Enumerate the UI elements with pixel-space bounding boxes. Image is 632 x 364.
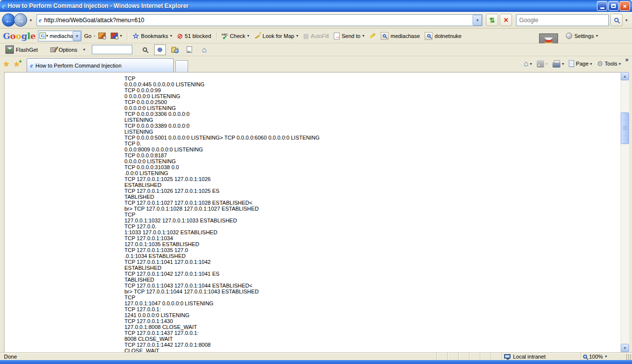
options-label: Options (59, 47, 78, 53)
popup-blocker-button[interactable]: ⊘ 51 blocked (175, 31, 214, 41)
wand-icon (254, 33, 261, 39)
send-to-dropdown-icon: ▾ (362, 34, 364, 38)
dotnetnuke-label: dotnetnuke (434, 33, 461, 39)
flashget-options-button[interactable]: Options ▾ (47, 45, 88, 54)
flashget-button[interactable]: FlashGet (3, 44, 40, 55)
flashget-link-button[interactable] (184, 44, 196, 55)
tcp-output-line: ESTABLISHED (124, 265, 621, 271)
spellcheck-icon: ABC✔ (222, 33, 228, 39)
tcp-output-line: TCP 127.0.0. (124, 223, 621, 229)
tcp-output-line: 0.0.0.0:0 LISTENING (124, 158, 621, 164)
flashget-mini-chevron-icon (7, 49, 12, 52)
scrollbar-thumb[interactable] (621, 112, 629, 144)
close-icon: × (623, 3, 627, 9)
flashget-home-button[interactable]: ⌂ (198, 44, 210, 55)
back-button[interactable]: ← (2, 13, 15, 27)
favorites-center-button[interactable]: ★ (3, 60, 9, 69)
search-site-button[interactable] (96, 31, 108, 40)
search-options-dropdown[interactable]: ▾ (623, 18, 630, 23)
status-bar: Done Local intranet 100% ▾ (0, 352, 632, 360)
add-favorite-button[interactable]: ★ (13, 60, 20, 68)
tcp-output-line: LISTENING (124, 129, 621, 135)
restore-icon (611, 4, 616, 8)
page-menu-button[interactable]: Page▾ (567, 59, 594, 68)
dotnetnuke-button[interactable]: dotnetnuke (422, 31, 464, 41)
tools-label: Tools (605, 61, 618, 67)
google-go-button[interactable]: Go (81, 32, 94, 40)
mediachase-button[interactable]: mediachase (378, 31, 422, 41)
google-toolbar: Google G ▾ mediachas ▾ Go ▸ ▾ ☆ Bookmark… (0, 29, 632, 43)
tcp-output-line: 127.0.0.1:8008 CLOSE_WAIT (124, 324, 621, 330)
tcp-output-line: TCP (124, 294, 621, 300)
check-dropdown-icon: ▾ (247, 34, 249, 38)
search-go-button[interactable] (610, 14, 623, 26)
tools-menu-button[interactable]: ⚙Tools▾ (595, 59, 623, 69)
minimize-icon (600, 7, 604, 9)
tcp-output-line: br> TCP 127.0.0.1:1028 127.0.0.1:1027 ES… (124, 206, 621, 212)
home-button[interactable]: ⌂▾ (522, 59, 534, 68)
feeds-icon (537, 60, 544, 68)
search-web-dropdown-icon: ▾ (120, 34, 122, 38)
minimize-button[interactable] (597, 1, 607, 11)
vertical-scrollbar[interactable]: ▲ ▼ (621, 72, 629, 352)
tab-bar: ★ ★ e How to Perform Command Injection ⌂… (0, 56, 632, 72)
look-for-map-button[interactable]: Look for Map ▾ (252, 32, 301, 40)
tcp-output-line: 0.0.0.0:445 0.0.0.0:0 LISTENING (124, 81, 621, 87)
stop-button[interactable]: × (500, 14, 512, 26)
search-web-button[interactable]: ▾ (108, 31, 124, 40)
autofill-button[interactable]: ▤ AutoFill (301, 31, 331, 41)
tcp-output-line: TCP 127.0.0.1:1034 (124, 235, 621, 241)
blocked-count-label: 51 blocked (185, 33, 211, 39)
chevron-down-icon: ▼ (623, 346, 627, 350)
zoom-dropdown-icon: ▾ (605, 354, 607, 359)
feeds-button[interactable]: ▾ (535, 59, 550, 69)
ie-logo-icon: e (2, 2, 5, 9)
folder-globe-icon (171, 48, 178, 53)
highlighter-icon (369, 33, 376, 38)
search-input[interactable] (516, 17, 608, 24)
bookmarks-label: Bookmarks (141, 33, 168, 39)
settings-button[interactable]: Settings ▾ (563, 31, 600, 40)
flashget-target-button[interactable]: ⊕ (154, 44, 166, 55)
history-dropdown[interactable]: ▾ (27, 18, 35, 23)
zoom-control[interactable]: 100% ▾ (581, 353, 625, 360)
tab-command-injection[interactable]: e How to Perform Command Injection (27, 58, 174, 72)
page-dropdown-icon: ▾ (590, 62, 592, 66)
toolbar-separator (216, 31, 217, 41)
tcp-output-line: TCP 0.0.0.0:31038 0.0 (124, 164, 621, 170)
status-cell (480, 353, 491, 360)
forward-button[interactable]: → (14, 13, 27, 27)
status-cell (436, 353, 447, 360)
look-for-map-dropdown-icon: ▾ (296, 34, 298, 38)
globe-search-icon (143, 47, 147, 52)
address-dropdown-button[interactable]: ▾ (473, 15, 482, 26)
send-to-button[interactable]: Send to ▾ (331, 31, 367, 41)
highlighter-button[interactable] (367, 33, 378, 38)
scroll-down-button[interactable]: ▼ (621, 344, 629, 352)
address-input[interactable] (44, 17, 473, 24)
google-combo-dropdown-button[interactable]: ▾ (73, 31, 81, 41)
toolbar-overflow-button[interactable]: » (624, 56, 630, 63)
title-bar: e How to Perform Command Injection - Win… (0, 0, 632, 12)
google-search-combo[interactable]: G ▾ mediachas ▾ (38, 31, 81, 41)
flashget-folder-button[interactable] (169, 44, 181, 55)
print-button[interactable]: ▾ (551, 59, 566, 69)
flashget-search-input[interactable] (92, 45, 132, 54)
popup-blocked-icon: ⊘ (177, 32, 183, 40)
autofill-icon: ▤ (303, 33, 309, 39)
check-label: Check (230, 33, 245, 39)
new-tab-button[interactable] (175, 60, 188, 72)
bookmarks-button[interactable]: ☆ Bookmarks ▾ (130, 30, 175, 42)
restore-button[interactable] (608, 1, 619, 11)
refresh-icon: ⇅ (489, 16, 495, 24)
close-button[interactable]: × (620, 1, 630, 11)
resize-grip[interactable] (625, 354, 632, 360)
tcp-netstat-output: TCP0.0.0.0:445 0.0.0.0:0 LISTENINGTCP 0.… (4, 73, 621, 352)
refresh-button[interactable]: ⇅ (486, 14, 498, 26)
target-icon: ⊕ (157, 46, 162, 53)
scroll-up-button[interactable]: ▲ (621, 72, 629, 80)
tcp-output-line: 127.0.0.1:1035 ESTABLISHED (124, 241, 621, 247)
spellcheck-button[interactable]: ABC✔ Check ▾ (219, 32, 252, 40)
flashget-search-button[interactable] (139, 44, 151, 55)
taskbar-edge (0, 360, 632, 364)
